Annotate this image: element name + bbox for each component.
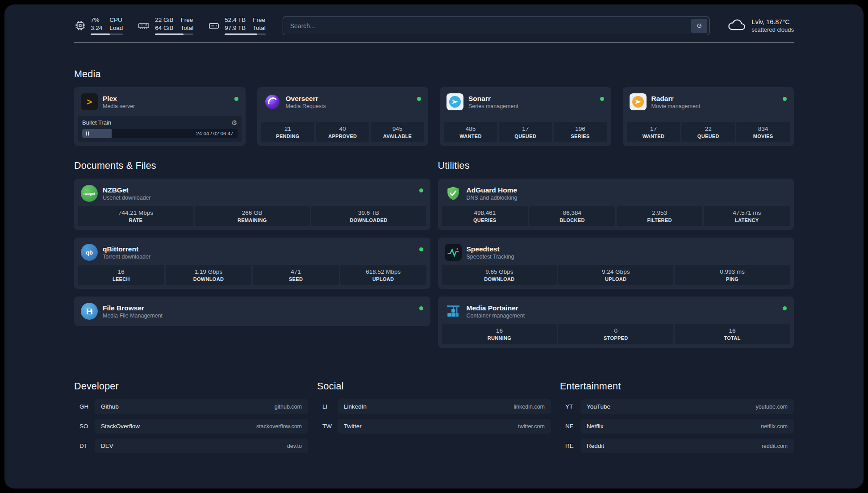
- disk-icon: [208, 20, 220, 32]
- bookmark-twitter[interactable]: TW Twitter twitter.com: [317, 419, 551, 434]
- service-card-nzbget[interactable]: nzbget NZBGet Usenet downloader 744.21 M…: [74, 179, 430, 230]
- service-card-radarr[interactable]: Radarr Movie management 17 WANTED 22 QUE…: [623, 87, 794, 146]
- weather-condition: scattered clouds: [751, 26, 794, 33]
- bookmark-github[interactable]: GH Github github.com: [74, 399, 308, 414]
- bookmark-stackoverflow[interactable]: SO StackOverflow stackoverflow.com: [74, 419, 308, 434]
- bookmark-abbr: DT: [74, 443, 95, 449]
- stat-label: BLOCKED: [531, 217, 613, 223]
- bookmark-dev[interactable]: DT DEV dev.to: [74, 439, 308, 453]
- topbar: 7% 3.24 CPU Load: [74, 16, 794, 35]
- disk-widget: 52.4 TB 97.9 TB Free Total: [208, 16, 266, 35]
- stat-label: UPLOAD: [342, 276, 425, 282]
- service-card-speedtest[interactable]: Speedtest Speedtest Tracking 9.65 Gbps D…: [438, 238, 794, 289]
- status-dot: [783, 97, 787, 101]
- stat-label: QUEUED: [683, 134, 733, 139]
- portainer-icon: [445, 303, 462, 320]
- playback-progress-bar[interactable]: 24:44 / 02:06:47: [82, 129, 238, 138]
- service-name: Radarr: [651, 94, 701, 103]
- bookmark-youtube[interactable]: YT YouTube youtube.com: [560, 399, 794, 414]
- nzbget-icon: nzbget: [81, 185, 98, 202]
- section-title-utilities: Utilities: [438, 160, 794, 171]
- cloud-icon: [726, 18, 746, 33]
- stat-label: PING: [676, 276, 788, 282]
- bookmark-netflix[interactable]: NF Netflix netflix.com: [560, 419, 794, 434]
- stat-label: UPLOAD: [560, 276, 672, 282]
- stat-upload: 9.24 Gbps UPLOAD: [558, 265, 673, 285]
- gear-icon[interactable]: ⚙: [231, 119, 237, 126]
- sonarr-icon: [447, 93, 463, 110]
- search-bar: G: [283, 17, 710, 35]
- service-card-plex[interactable]: > Plex Media server Bullet Train ⚙: [74, 87, 246, 146]
- stat-wanted: 485 WANTED: [444, 122, 497, 142]
- cpu-load-value: 3.24: [91, 24, 102, 32]
- stat-label: QUERIES: [444, 217, 526, 223]
- stat-value: 47.571 ms: [705, 209, 788, 216]
- service-name: Speedtest: [467, 245, 514, 253]
- bookmark-url: dev.to: [287, 443, 302, 449]
- search-provider-button[interactable]: G: [691, 19, 707, 33]
- dashboard-frame: 7% 3.24 CPU Load: [4, 4, 864, 489]
- stat-value: 16: [80, 268, 163, 275]
- service-description: Series management: [468, 103, 518, 109]
- service-card-filebrowser[interactable]: File Browser Media File Management: [74, 297, 430, 326]
- stat-value: 0.993 ms: [676, 268, 788, 275]
- status-dot: [419, 188, 423, 192]
- search-input[interactable]: [283, 17, 710, 35]
- bookmark-abbr: TW: [317, 423, 338, 430]
- bookmark-abbr: RE: [560, 443, 580, 449]
- section-title-developer: Developer: [74, 381, 308, 392]
- stat-label: LEECH: [80, 276, 163, 282]
- stat-label: SERIES: [555, 134, 605, 139]
- stat-value: 498,461: [444, 209, 526, 216]
- service-name: AdGuard Home: [467, 186, 517, 194]
- stat-wanted: 17 WANTED: [627, 122, 680, 142]
- stat-label: STOPPED: [560, 335, 672, 341]
- bookmark-name: StackOverflow: [101, 423, 140, 430]
- bookmark-url: stackoverflow.com: [256, 423, 302, 430]
- bookmark-url: netflix.com: [761, 423, 788, 430]
- bookmark-name: Reddit: [587, 443, 604, 449]
- service-name: Plex: [103, 94, 135, 103]
- speedtest-icon: [445, 244, 462, 261]
- stat-label: AVAILABLE: [372, 134, 422, 139]
- radarr-icon: [630, 93, 647, 110]
- disk-progress-fill: [225, 33, 257, 35]
- service-card-portainer[interactable]: Media Portainer Container management 16 …: [438, 297, 794, 348]
- service-description: Media File Management: [103, 313, 163, 319]
- bookmark-reddit[interactable]: RE Reddit reddit.com: [560, 439, 794, 453]
- stat-label: REMAINING: [196, 217, 308, 223]
- section-title-documents: Documents & Files: [74, 160, 430, 171]
- stat-value: 86,384: [531, 209, 613, 216]
- service-card-sonarr[interactable]: Sonarr Series management 485 WANTED 17 Q…: [440, 87, 611, 146]
- service-card-overseerr[interactable]: Overseerr Media Requests 21 PENDING 40 A…: [257, 87, 429, 146]
- stat-value: 16: [444, 327, 555, 334]
- section-title-media: Media: [74, 69, 794, 80]
- cpu-widget: 7% 3.24 CPU Load: [74, 16, 123, 35]
- stat-pending: 21 PENDING: [261, 122, 315, 142]
- cpu-progress-bar: [91, 33, 123, 35]
- bookmark-abbr: GH: [74, 403, 95, 410]
- bookmark-linkedin[interactable]: LI LinkedIn linkedin.com: [317, 399, 551, 414]
- service-description: Media server: [103, 103, 135, 109]
- stat-label: DOWNLOADED: [313, 217, 425, 223]
- bookmark-abbr: YT: [560, 403, 580, 410]
- status-dot: [419, 247, 423, 251]
- pause-icon[interactable]: [86, 132, 89, 136]
- service-card-qbittorrent[interactable]: qb qBittorrent Torrent downloader 16 LEE…: [74, 238, 430, 289]
- stat-leech: 16 LEECH: [78, 265, 164, 285]
- stat-value: 9.65 Gbps: [444, 268, 555, 275]
- service-card-adguard[interactable]: AdGuard Home DNS and adblocking 498,461 …: [438, 179, 794, 230]
- cpu-progress-fill: [91, 33, 110, 35]
- stat-value: 9.24 Gbps: [560, 268, 672, 275]
- stat-latency: 47.571 ms LATENCY: [704, 206, 790, 226]
- bookmark-url: github.com: [275, 404, 302, 410]
- bookmark-abbr: NF: [560, 423, 580, 430]
- stat-value: 471: [255, 268, 337, 275]
- stat-available: 945 AVAILABLE: [371, 122, 424, 142]
- bookmark-name: Netflix: [587, 423, 604, 430]
- memory-free-label: Free: [181, 16, 194, 24]
- bookmark-abbr: LI: [317, 403, 338, 410]
- resource-widgets: 7% 3.24 CPU Load: [74, 16, 266, 35]
- stat-download: 1.19 Gbps DOWNLOAD: [166, 265, 252, 285]
- plex-icon: >: [81, 93, 98, 110]
